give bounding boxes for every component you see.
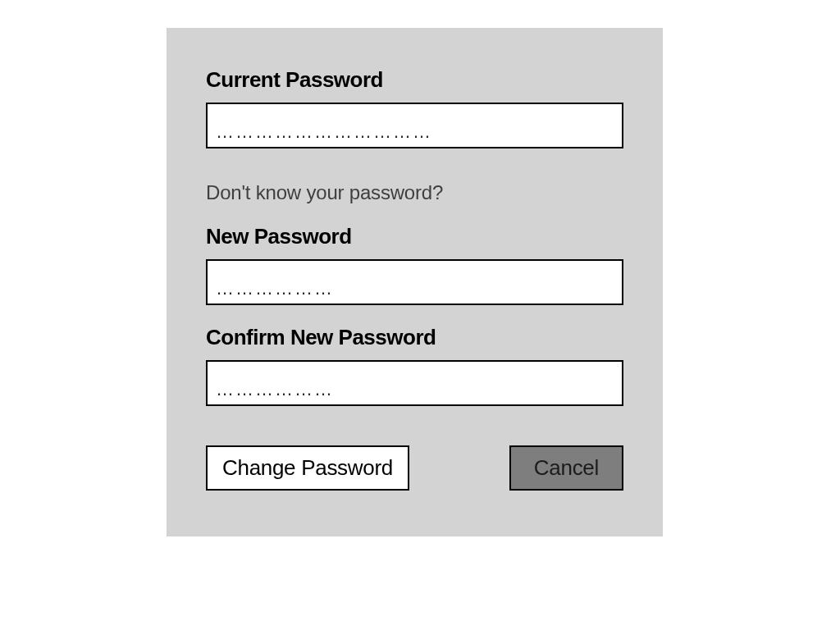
cancel-button[interactable]: Cancel bbox=[509, 445, 623, 491]
new-password-group: New Password ……………… bbox=[206, 224, 623, 305]
confirm-password-value: ……………… bbox=[216, 379, 334, 399]
change-password-panel: Current Password …………………………… Don't know … bbox=[167, 28, 663, 536]
new-password-input[interactable]: ……………… bbox=[206, 259, 623, 305]
change-password-button[interactable]: Change Password bbox=[206, 445, 409, 491]
current-password-group: Current Password …………………………… bbox=[206, 67, 623, 148]
confirm-password-label: Confirm New Password bbox=[206, 325, 623, 350]
confirm-password-group: Confirm New Password ……………… bbox=[206, 325, 623, 406]
forgot-password-link[interactable]: Don't know your password? bbox=[206, 181, 443, 204]
confirm-password-input[interactable]: ……………… bbox=[206, 360, 623, 406]
current-password-value: …………………………… bbox=[216, 121, 432, 142]
new-password-value: ……………… bbox=[216, 278, 334, 299]
new-password-label: New Password bbox=[206, 224, 623, 249]
button-row: Change Password Cancel bbox=[206, 445, 623, 491]
current-password-input[interactable]: …………………………… bbox=[206, 103, 623, 148]
current-password-label: Current Password bbox=[206, 67, 623, 93]
